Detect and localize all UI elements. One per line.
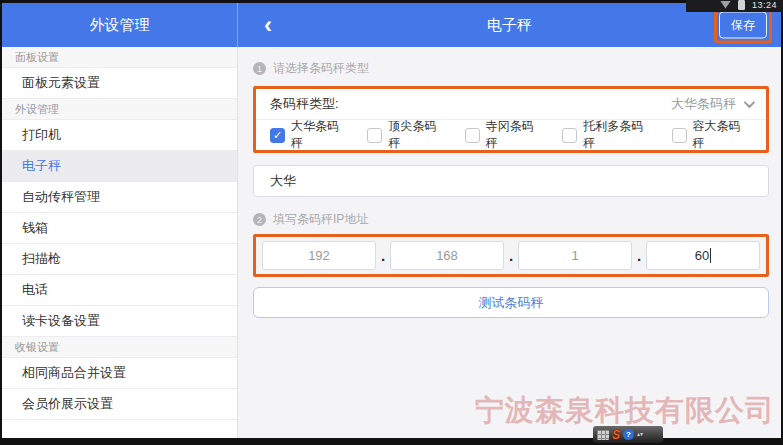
checkbox-sigang[interactable]: 寺冈条码秤	[465, 118, 545, 152]
checkbox-unchecked-icon	[465, 128, 480, 143]
scale-settings-panel: 1 请选择条码秤类型 条码秤类型: 大华条码秤 ✓ 大华条码	[238, 47, 781, 438]
checkbox-unchecked-icon	[672, 128, 687, 143]
checkbox-tuoliduo-label: 托利多条码秤	[583, 118, 654, 152]
sidebar-item-card-reader-settings[interactable]: 读卡设备设置	[2, 306, 237, 337]
ip-octet-3-input[interactable]: 1	[518, 241, 632, 270]
ime-toolbar[interactable]: S ? ▴▾	[593, 426, 663, 443]
checkbox-unchecked-icon	[562, 128, 577, 143]
scale-name-input[interactable]: 大华	[253, 165, 769, 197]
sidebar-item-panel-elements[interactable]: 面板元素设置	[2, 68, 237, 99]
step1-circle-icon: 1	[253, 62, 266, 75]
step1-label-row: 1 请选择条码秤类型	[253, 60, 769, 77]
sidebar-item-phone[interactable]: 电话	[2, 275, 237, 306]
sidebar-item-cash-drawer[interactable]: 钱箱	[2, 213, 237, 244]
sidebar-section-panel-settings: 面板设置	[2, 47, 237, 68]
sidebar-section-peripherals: 外设管理	[2, 99, 237, 120]
checkbox-dahua-label: 大华条码秤	[291, 118, 350, 152]
ip-dot-separator: .	[504, 247, 518, 264]
ip-octet-3-value: 1	[571, 248, 578, 263]
checkbox-rongda[interactable]: 容大条码秤	[672, 118, 752, 152]
battery-icon	[738, 0, 745, 10]
sidebar-header-title: 外设管理	[2, 3, 238, 47]
ip-octet-1-value: 192	[308, 248, 330, 263]
checkbox-tuoliduo[interactable]: 托利多条码秤	[562, 118, 654, 152]
step2-label-row: 2 填写条码秤IP地址	[253, 211, 769, 228]
ime-collapse-arrows[interactable]: ▴▾	[637, 433, 643, 436]
ip-octet-4-value: 60	[695, 248, 709, 263]
ip-address-highlight-box: 192 . 168 . 1 . 60	[253, 234, 769, 277]
page-title: 电子秤	[238, 16, 781, 35]
checkbox-dingjian[interactable]: 顶尖条码秤	[367, 118, 447, 152]
sidebar-section-cashier-settings: 收银设置	[2, 337, 237, 358]
scale-type-row: 条码秤类型: 大华条码秤	[256, 89, 766, 120]
ip-octet-2-value: 168	[436, 248, 458, 263]
chevron-down-icon	[744, 97, 755, 108]
checkbox-dahua[interactable]: ✓ 大华条码秤	[270, 118, 350, 152]
sogou-input-icon[interactable]: S	[612, 429, 620, 441]
status-time: 13:24	[752, 0, 777, 10]
app-header: 外设管理 ‹ 电子秤 保存	[2, 3, 781, 47]
app-window: 外设管理 ‹ 电子秤 保存 面板设置 面板元素设置 外设管理 打印机 电子秤 自…	[2, 3, 781, 438]
sidebar-item-auto-scale-mgmt[interactable]: 自动传秤管理	[2, 182, 237, 213]
back-button[interactable]: ‹	[264, 3, 272, 47]
scale-type-label: 条码秤类型:	[270, 95, 339, 113]
step1-label: 请选择条码秤类型	[273, 60, 369, 77]
wifi-icon	[720, 1, 731, 9]
sidebar-item-electronic-scale[interactable]: 电子秤	[2, 151, 237, 182]
sidebar-item-scanner-gun[interactable]: 扫描枪	[2, 244, 237, 275]
scale-type-selected-value: 大华条码秤	[671, 95, 736, 113]
checkbox-rongda-label: 容大条码秤	[693, 118, 752, 152]
checkbox-dingjian-label: 顶尖条码秤	[388, 118, 447, 152]
test-scale-button[interactable]: 测试条码秤	[253, 287, 769, 318]
text-cursor	[710, 248, 711, 263]
sidebar-item-printer[interactable]: 打印机	[2, 120, 237, 151]
save-button[interactable]: 保存	[719, 12, 767, 39]
sidebar-item-member-price-display[interactable]: 会员价展示设置	[2, 389, 237, 420]
scale-type-highlight-box: 条码秤类型: 大华条码秤 ✓ 大华条码秤 顶尖条码秤	[253, 86, 769, 153]
help-icon[interactable]: ?	[623, 429, 634, 440]
ip-dot-separator: .	[376, 247, 390, 264]
status-bar: 13:24	[686, 0, 783, 12]
device-screen: 13:24 外设管理 ‹ 电子秤 保存 面板设置 面板元素设置 外设管理 打印机…	[0, 0, 783, 445]
step2-circle-icon: 2	[253, 213, 266, 226]
ip-octet-4-input[interactable]: 60	[646, 241, 760, 270]
scale-name-value: 大华	[270, 172, 296, 190]
ip-dot-separator: .	[632, 247, 646, 264]
keyboard-icon[interactable]	[597, 430, 609, 440]
checkbox-checked-icon: ✓	[270, 128, 285, 143]
ip-octet-2-input[interactable]: 168	[390, 241, 504, 270]
scale-type-checkbox-row: ✓ 大华条码秤 顶尖条码秤 寺冈条码秤 托	[256, 120, 766, 150]
sidebar-item-merge-same-goods[interactable]: 相同商品合并设置	[2, 358, 237, 389]
save-highlight-ring: 保存	[714, 7, 772, 44]
scale-type-dropdown[interactable]: 大华条码秤	[671, 95, 752, 113]
step2-label: 填写条码秤IP地址	[273, 211, 368, 228]
settings-sidebar: 面板设置 面板元素设置 外设管理 打印机 电子秤 自动传秤管理 钱箱 扫描枪 电…	[2, 47, 238, 438]
checkbox-sigang-label: 寺冈条码秤	[486, 118, 545, 152]
checkbox-unchecked-icon	[367, 128, 382, 143]
ip-octet-1-input[interactable]: 192	[262, 241, 376, 270]
